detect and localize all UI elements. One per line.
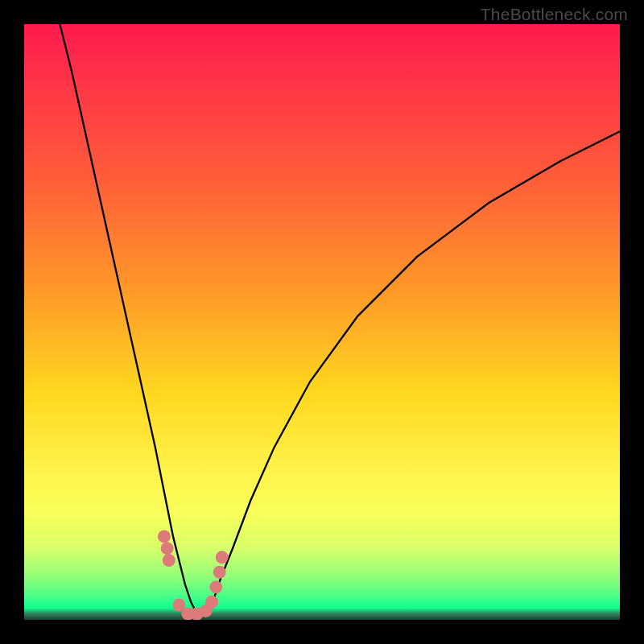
highlight-dot <box>158 530 171 543</box>
watermark-text: TheBottleneck.com <box>481 5 628 24</box>
highlight-dot <box>163 554 175 567</box>
highlight-dot <box>205 596 218 609</box>
curve-line <box>60 24 620 614</box>
highlight-dot <box>161 542 174 555</box>
plot-area <box>24 24 620 620</box>
highlight-dot <box>213 566 226 579</box>
bottleneck-curve <box>24 24 620 620</box>
highlight-dot <box>216 551 229 564</box>
chart-frame: TheBottleneck.com <box>0 0 644 644</box>
highlight-dot <box>209 580 222 593</box>
